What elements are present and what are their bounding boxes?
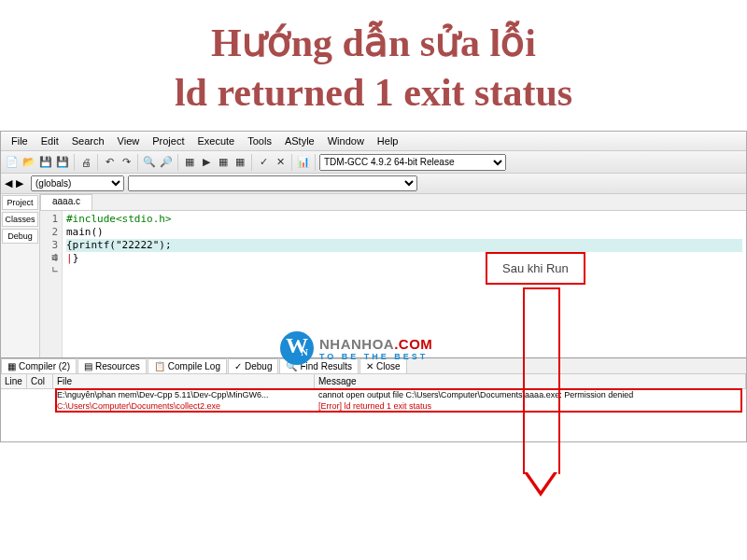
tab-debug[interactable]: ✓Debug — [228, 358, 278, 373]
sidebar-tab-project[interactable]: Project — [2, 195, 38, 210]
menu-edit[interactable]: Edit — [35, 133, 65, 148]
back-icon[interactable]: ◀ — [5, 177, 12, 189]
col-col[interactable]: Col — [27, 374, 53, 388]
code-line-4: |} — [66, 252, 742, 265]
profile-icon[interactable]: 📊 — [296, 155, 311, 170]
save-all-icon[interactable]: 💾 — [55, 155, 70, 170]
menu-help[interactable]: Help — [371, 133, 405, 148]
compiler-profile-select[interactable]: TDM-GCC 4.9.2 64-bit Release — [319, 154, 506, 171]
tab-resources[interactable]: ▤Resources — [78, 358, 147, 373]
resources-icon: ▤ — [84, 361, 92, 371]
log-table-header: Line Col File Message — [1, 374, 746, 389]
title-line-2: ld returned 1 exit status — [0, 68, 747, 118]
bottom-panel: ▦Compiler (2) ▤Resources 📋Compile Log ✓D… — [1, 357, 746, 441]
menu-project[interactable]: Project — [146, 133, 190, 148]
debug-tab-icon: ✓ — [234, 361, 242, 371]
scope-select[interactable]: (globals) — [31, 175, 124, 191]
menu-astyle[interactable]: AStyle — [278, 133, 321, 148]
menu-search[interactable]: Search — [65, 133, 111, 148]
gutter: 123 ⊟4 ∟ — [40, 211, 63, 357]
watermark-tagline: TO BE THE BEST — [319, 352, 432, 361]
file-tab-aaaa[interactable]: aaaa.c — [40, 194, 92, 210]
rebuild-icon[interactable]: ▦ — [233, 155, 247, 170]
tab-compiler[interactable]: ▦Compiler (2) — [1, 358, 77, 373]
code-line-3: {printf("22222"); — [66, 239, 742, 252]
tutorial-title: Hướng dẫn sửa lỗi ld returned 1 exit sta… — [0, 0, 747, 131]
watermark-brand: NHANHOA.COM — [319, 336, 432, 352]
find-icon[interactable]: 🔍 — [142, 155, 157, 170]
redo-icon[interactable]: ↷ — [119, 155, 134, 170]
compiler-icon: ▦ — [7, 361, 16, 371]
col-message[interactable]: Message — [315, 374, 746, 388]
col-line[interactable]: Line — [1, 374, 27, 388]
watermark: W NHANHOA.COM TO BE THE BEST — [280, 331, 432, 365]
toolbar-main: 📄 📂 💾 💾 🖨 ↶ ↷ 🔍 🔎 ▦ ▶ ▦ ▦ ✓ ✕ 📊 TDM-GCC … — [1, 151, 746, 174]
col-file[interactable]: File — [53, 374, 315, 388]
compile-run-icon[interactable]: ▦ — [216, 155, 231, 170]
menu-window[interactable]: Window — [321, 133, 371, 148]
undo-icon[interactable]: ↶ — [102, 155, 117, 170]
menubar: File Edit Search View Project Execute To… — [1, 132, 746, 151]
title-line-1: Hướng dẫn sửa lỗi — [0, 19, 747, 68]
code-line-1: #include<stdio.h> — [66, 213, 742, 226]
replace-icon[interactable]: 🔎 — [159, 155, 174, 170]
open-icon[interactable]: 📂 — [21, 155, 36, 170]
compile-icon[interactable]: ▦ — [182, 155, 197, 170]
new-file-icon[interactable]: 📄 — [5, 155, 20, 170]
file-tabs: aaaa.c — [40, 194, 746, 211]
run-icon[interactable]: ▶ — [199, 155, 214, 170]
watermark-logo-icon: W — [280, 331, 314, 365]
sidebar-tab-classes[interactable]: Classes — [2, 212, 38, 227]
menu-tools[interactable]: Tools — [241, 133, 278, 148]
menu-file[interactable]: File — [5, 133, 35, 148]
log-row-1[interactable]: E:\nguyên\phan mem\Dev-Cpp 5.11\Dev-Cpp\… — [1, 389, 746, 400]
code-line-2: main() — [66, 226, 742, 239]
sidebar-tab-debug[interactable]: Debug — [2, 229, 38, 244]
stop-icon[interactable]: ✕ — [273, 155, 288, 170]
print-icon[interactable]: 🖨 — [78, 155, 93, 170]
menu-execute[interactable]: Execute — [190, 133, 241, 148]
toolbar-nav: ◀ ▶ (globals) — [1, 174, 746, 194]
member-select[interactable] — [128, 175, 417, 191]
forward-icon[interactable]: ▶ — [16, 177, 23, 189]
log-icon: 📋 — [154, 361, 165, 371]
annotation-after-run: Sau khi Run — [486, 252, 585, 285]
log-row-2-error[interactable]: C:\Users\Computer\Documents\collect2.exe… — [1, 400, 746, 412]
sidebar: Project Classes Debug — [1, 194, 40, 357]
save-icon[interactable]: 💾 — [38, 155, 53, 170]
debug-icon[interactable]: ✓ — [256, 155, 271, 170]
tab-compile-log[interactable]: 📋Compile Log — [148, 358, 227, 373]
ide-window: File Edit Search View Project Execute To… — [0, 131, 747, 442]
menu-view[interactable]: View — [111, 133, 147, 148]
